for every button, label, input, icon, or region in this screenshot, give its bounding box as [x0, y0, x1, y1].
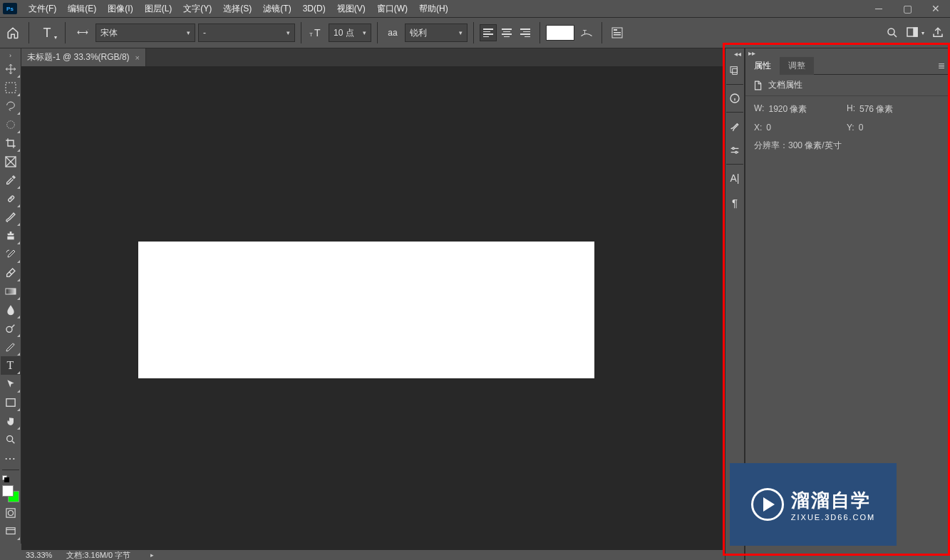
- artboard[interactable]: [138, 242, 594, 378]
- font-style-select[interactable]: - ▾: [198, 24, 295, 42]
- path-select-tool[interactable]: [1, 375, 21, 393]
- status-flyout-icon[interactable]: ▸: [150, 551, 154, 559]
- svg-rect-6: [614, 32, 621, 33]
- screenmode-button[interactable]: [1, 522, 21, 541]
- healing-tool[interactable]: [1, 190, 21, 208]
- text-color-swatch[interactable]: [546, 25, 574, 41]
- close-tab-icon[interactable]: ×: [135, 53, 140, 62]
- tab-properties[interactable]: 属性: [745, 57, 780, 75]
- marquee-tool[interactable]: [1, 78, 21, 97]
- menu-filter[interactable]: 滤镜(T): [257, 0, 296, 18]
- panel-icon-character[interactable]: A|: [726, 167, 744, 190]
- panel-icon-brushes[interactable]: [726, 115, 744, 138]
- panel-tabs: 属性 调整 ≡: [745, 58, 950, 75]
- text-orientation-button[interactable]: ⟷T: [71, 24, 93, 42]
- panel-menu-icon[interactable]: ≡: [933, 60, 950, 73]
- svg-rect-21: [6, 528, 14, 534]
- eraser-tool[interactable]: [1, 264, 21, 282]
- panel-icon-adjustments[interactable]: [726, 139, 744, 162]
- properties-title: 文档属性: [768, 79, 802, 91]
- watermark-title: 溜溜自学: [791, 488, 875, 513]
- x-label: X:: [754, 123, 762, 133]
- menu-layer[interactable]: 图层(L): [139, 0, 178, 18]
- character-panel-button[interactable]: [608, 24, 626, 42]
- workspace-button[interactable]: ▾: [906, 24, 924, 42]
- crop-tool[interactable]: [1, 134, 21, 152]
- font-family-value: 宋体: [100, 27, 118, 39]
- width-label: W:: [754, 103, 764, 115]
- default-colors-icon[interactable]: [1, 472, 21, 482]
- color-swap[interactable]: [1, 484, 21, 504]
- svg-rect-15: [6, 289, 16, 294]
- maximize-button[interactable]: ▢: [893, 0, 921, 17]
- menu-help[interactable]: 帮助(H): [413, 0, 454, 18]
- app-icon: Ps: [3, 3, 17, 14]
- font-size-select[interactable]: 10 点 ▾: [329, 24, 371, 42]
- font-family-select[interactable]: 宋体 ▾: [95, 24, 195, 42]
- menu-file[interactable]: 文件(F): [23, 0, 62, 18]
- panel-icon-history[interactable]: [726, 59, 744, 82]
- brush-tool[interactable]: [1, 208, 21, 227]
- foreground-color[interactable]: [2, 485, 14, 497]
- svg-rect-22: [730, 67, 737, 73]
- frame-tool[interactable]: [1, 152, 21, 171]
- svg-point-18: [6, 436, 12, 442]
- antialias-select[interactable]: 锐利 ▾: [405, 24, 468, 42]
- clone-tool[interactable]: [1, 227, 21, 245]
- strip-collapse-icon[interactable]: ◂◂: [726, 48, 744, 58]
- gradient-tool[interactable]: [1, 282, 21, 301]
- svg-point-20: [8, 511, 13, 516]
- tab-adjustments[interactable]: 调整: [780, 57, 814, 75]
- shape-tool[interactable]: [1, 393, 21, 412]
- search-icon[interactable]: [883, 24, 902, 42]
- minimize-button[interactable]: ─: [864, 0, 893, 17]
- share-button[interactable]: [929, 24, 947, 42]
- align-center-button[interactable]: [498, 24, 515, 41]
- quick-select-tool[interactable]: [1, 115, 21, 134]
- pen-tool[interactable]: [1, 338, 21, 356]
- window-controls: ─ ▢ ✕: [864, 0, 950, 17]
- align-left-button[interactable]: [480, 24, 497, 41]
- edit-toolbar-button[interactable]: ⋯: [1, 449, 21, 467]
- warp-text-button[interactable]: T: [577, 24, 596, 42]
- play-icon: [751, 488, 784, 521]
- toolbar-collapse-icon[interactable]: ›: [1, 51, 21, 60]
- hand-tool[interactable]: [1, 412, 21, 430]
- eyedropper-tool[interactable]: [1, 171, 21, 190]
- dodge-tool[interactable]: [1, 319, 21, 338]
- blur-tool[interactable]: [1, 301, 21, 319]
- close-button[interactable]: ✕: [921, 0, 950, 17]
- home-button[interactable]: [3, 23, 23, 43]
- quickmask-button[interactable]: [1, 504, 21, 522]
- svg-point-8: [888, 28, 894, 35]
- menu-type[interactable]: 文字(Y): [177, 0, 217, 18]
- align-right-button[interactable]: [517, 24, 534, 41]
- properties-body: W:1920 像素 H:576 像素 X:0 Y:0 分辨率：300 像素/英寸: [745, 96, 950, 159]
- move-tool[interactable]: [1, 60, 21, 78]
- svg-point-25: [735, 151, 738, 153]
- svg-rect-11: [6, 83, 16, 93]
- zoom-tool[interactable]: [1, 430, 21, 449]
- document-tab[interactable]: 未标题-1 @ 33.3%(RGB/8) ×: [21, 48, 146, 66]
- menu-3d[interactable]: 3D(D): [297, 1, 331, 16]
- history-brush-tool[interactable]: [1, 245, 21, 264]
- type-tool[interactable]: T: [1, 356, 21, 375]
- menu-image[interactable]: 图像(I): [102, 0, 138, 18]
- dropdown-icon: ▾: [286, 29, 290, 36]
- panel-icon-paragraph[interactable]: ¶: [726, 191, 744, 214]
- menu-select[interactable]: 选择(S): [217, 0, 257, 18]
- menu-window[interactable]: 窗口(W): [371, 0, 413, 18]
- resolution-value: 分辨率：300 像素/英寸: [754, 140, 842, 152]
- status-bar: 33.33% 文档:3.16M/0 字节 ▸: [21, 550, 725, 560]
- lasso-tool[interactable]: [1, 97, 21, 115]
- svg-point-12: [6, 121, 14, 129]
- menu-view[interactable]: 视图(V): [331, 0, 371, 18]
- canvas-area[interactable]: [21, 66, 725, 550]
- svg-text:T: T: [314, 27, 321, 38]
- zoom-level[interactable]: 33.33%: [26, 551, 52, 559]
- doc-info[interactable]: 文档:3.16M/0 字节: [66, 550, 130, 561]
- active-tool-indicator[interactable]: T▾: [35, 24, 59, 42]
- options-bar: T▾ ⟷T 宋体 ▾ - ▾ TT 10 点 ▾ aa 锐利 ▾ T: [0, 17, 950, 48]
- menu-edit[interactable]: 编辑(E): [62, 0, 102, 18]
- panel-icon-info[interactable]: [726, 87, 744, 110]
